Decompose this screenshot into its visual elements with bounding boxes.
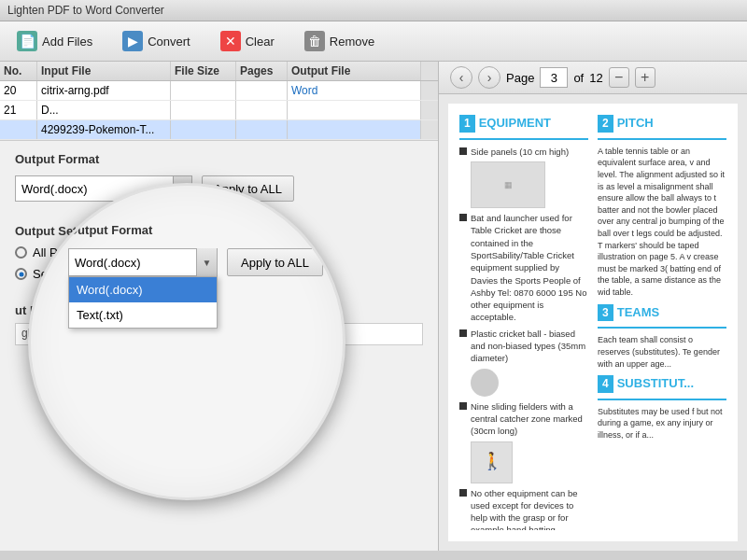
section-divider xyxy=(598,399,726,400)
convert-button[interactable]: ▶ Convert xyxy=(115,27,198,55)
remove-label: Remove xyxy=(330,35,374,49)
equipment-image: ▦ xyxy=(471,161,545,208)
magnifier-option-text[interactable]: Text(.txt) xyxy=(69,302,217,328)
row-pages xyxy=(236,101,288,119)
row-scroll xyxy=(421,81,438,100)
of-label: of xyxy=(573,71,584,85)
col-size: File Size xyxy=(171,62,236,80)
magnifier-selected-value: Word(.docx) xyxy=(75,256,141,270)
pdf-content: 1 EQUIPMENT Side panels (10 cm high) ▦ B… xyxy=(448,104,738,541)
pdf-item: Bat and launcher used for Table Cricket … xyxy=(459,212,588,324)
row-input: 4299239-Pokemon-T... xyxy=(37,120,171,139)
magnifier-format-select[interactable]: Word(.docx) ▼ xyxy=(68,248,218,276)
magnifier-format-row: Word(.docx) ▼ Word(.docx) Text(.txt) App… xyxy=(68,248,305,276)
row-no: 21 xyxy=(0,101,37,119)
prev-page-button[interactable]: ‹ xyxy=(450,66,472,89)
output-format-title: Output Format xyxy=(15,152,423,166)
bullet-icon xyxy=(459,329,467,337)
section-divider xyxy=(459,138,588,140)
ball-image xyxy=(471,369,499,397)
pdf-section-2-title: 2 PITCH xyxy=(598,115,726,133)
pdf-item: Nine sliding fielders with a central cat… xyxy=(459,400,588,438)
page-label: Page xyxy=(506,71,534,85)
table-row[interactable]: 20 citrix-arng.pdf Word xyxy=(0,81,438,101)
file-table: No. Input File File Size Pages Output Fi… xyxy=(0,62,438,141)
magnifier-apply-all-button[interactable]: Apply to ALL xyxy=(227,248,323,276)
magnifier-overlay: Output Format Word(.docx) ▼ Word(.docx) … xyxy=(28,183,345,500)
pdf-toolbar: ‹ › Page of 12 − + xyxy=(439,62,747,94)
remove-button[interactable]: 🗑 Remove xyxy=(297,27,382,55)
right-panel: ‹ › Page of 12 − + 1 EQUIPMENT xyxy=(439,62,747,551)
row-size xyxy=(171,81,236,100)
row-output xyxy=(288,101,421,119)
magnifier-content: Output Format Word(.docx) ▼ Word(.docx) … xyxy=(68,223,305,460)
all-pages-radio[interactable] xyxy=(15,246,27,259)
remove-icon: 🗑 xyxy=(304,31,325,51)
magnifier-dropdown-arrow-icon[interactable]: ▼ xyxy=(196,248,217,276)
next-page-button[interactable]: › xyxy=(478,66,500,89)
pdf-section-3-title: 3 TEAMS xyxy=(598,304,726,322)
magnifier-section-title: Output Format xyxy=(68,223,305,237)
col-input: Input File xyxy=(37,62,171,80)
row-input: citrix-arng.pdf xyxy=(37,81,171,100)
toolbar: 📄 Add Files ▶ Convert ✕ Clear 🗑 Remove xyxy=(0,21,747,62)
row-pages xyxy=(236,81,288,100)
teams-text: Each team shall consist o reserves (subs… xyxy=(598,334,726,370)
page-number-input[interactable] xyxy=(540,67,568,88)
clear-button[interactable]: ✕ Clear xyxy=(213,27,282,55)
magnifier-select-wrapper: Word(.docx) ▼ Word(.docx) Text(.txt) xyxy=(68,248,218,276)
row-input: D... xyxy=(37,101,171,119)
row-size xyxy=(171,101,236,119)
table-row[interactable]: 4299239-Pokemon-T... xyxy=(0,120,438,140)
clear-label: Clear xyxy=(246,35,275,49)
row-scroll xyxy=(421,120,438,139)
pdf-section-4-title: 4 SUBSTITUT... xyxy=(598,375,726,393)
app-title: Lighten PDF to Word Converter xyxy=(7,4,164,17)
pdf-page: 1 EQUIPMENT Side panels (10 cm high) ▦ B… xyxy=(448,104,738,541)
pdf-item: Side panels (10 cm high) xyxy=(459,146,588,158)
bullet-icon xyxy=(459,402,467,410)
zoom-in-button[interactable]: + xyxy=(635,67,655,88)
col-pages: Pages xyxy=(236,62,288,80)
pdf-item: No other equipment can be used except fo… xyxy=(459,487,588,530)
add-files-icon: 📄 xyxy=(17,31,37,51)
convert-icon: ▶ xyxy=(122,31,143,51)
zoom-out-button[interactable]: − xyxy=(609,67,629,88)
format-selected-value: Word(.docx) xyxy=(21,182,88,196)
bullet-icon xyxy=(459,489,467,497)
row-no: 20 xyxy=(0,81,37,100)
section-divider xyxy=(598,327,726,329)
col-no: No. xyxy=(0,62,37,80)
section-divider xyxy=(598,138,726,140)
row-size xyxy=(171,120,236,139)
table-row[interactable]: 21 D... xyxy=(0,101,438,120)
substitut-text: Substitutes may be used f but not during… xyxy=(598,406,726,441)
table-header: No. Input File File Size Pages Output Fi… xyxy=(0,62,438,81)
magnifier-dropdown-menu: Word(.docx) Text(.txt) xyxy=(68,276,218,329)
fielder-image: 🚶 xyxy=(471,441,513,483)
magnifier-option-word[interactable]: Word(.docx) xyxy=(69,277,217,302)
row-output: Word xyxy=(288,81,421,100)
row-output xyxy=(288,120,421,139)
row-pages xyxy=(236,120,288,139)
pitch-text: A table tennis table or an equivalent su… xyxy=(598,146,726,299)
add-files-button[interactable]: 📄 Add Files xyxy=(9,27,100,55)
bullet-icon xyxy=(459,214,467,221)
total-pages: 12 xyxy=(589,71,602,85)
clear-icon: ✕ xyxy=(220,31,241,51)
row-scroll xyxy=(421,101,438,119)
pdf-col-left: 1 EQUIPMENT Side panels (10 cm high) ▦ B… xyxy=(459,115,588,530)
bullet-icon xyxy=(459,147,467,155)
pdf-item: Plastic cricket ball - biased and non-bi… xyxy=(459,328,588,365)
convert-label: Convert xyxy=(148,35,190,49)
scrollbar-header xyxy=(421,62,438,80)
pdf-section-1-title: 1 EQUIPMENT xyxy=(459,115,588,133)
pdf-col-right: 2 PITCH A table tennis table or an equiv… xyxy=(598,115,726,530)
add-files-label: Add Files xyxy=(42,35,92,49)
row-no xyxy=(0,120,37,139)
title-bar: Lighten PDF to Word Converter xyxy=(0,0,747,21)
select-pages-radio[interactable] xyxy=(15,268,27,280)
col-output: Output File xyxy=(288,62,421,80)
